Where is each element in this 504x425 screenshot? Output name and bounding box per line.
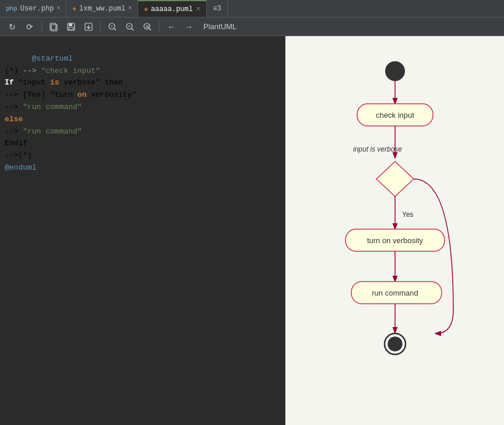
editor-content: @startuml (*) --> "check input" If "inpu…: [0, 38, 285, 189]
svg-line-14: [146, 25, 148, 27]
puml-icon-lxm: ◈: [72, 5, 76, 12]
refresh-button[interactable]: ↻: [5, 20, 20, 34]
tab-user-php[interactable]: php User.php ×: [0, 0, 66, 17]
run-command-label: run command: [372, 289, 418, 297]
tab-lxm[interactable]: ◈ lxm_ww.puml ×: [66, 0, 138, 17]
main-content: @startuml (*) --> "check input" If "inpu…: [0, 36, 504, 425]
yes-label: Yes: [402, 210, 414, 219]
svg-line-9: [114, 29, 116, 30]
decision-node: [376, 161, 414, 196]
line-9: -->(*): [5, 151, 32, 160]
check-input-label: check input: [376, 111, 414, 120]
condition-label: input is verbose: [353, 145, 402, 153]
svg-line-12: [132, 29, 133, 30]
tab-count-label: ≡3: [213, 5, 221, 13]
start-node: [386, 62, 404, 80]
zoom-in-button[interactable]: [105, 20, 120, 34]
svg-line-15: [149, 29, 151, 30]
line-7: --> "run command": [5, 127, 82, 136]
tab-lxm-label: lxm_ww.puml: [79, 5, 125, 13]
toolbar-sep-3: [159, 21, 160, 33]
diagram-svg: check input input is verbose Yes turn on…: [313, 48, 477, 409]
tab-aaaaa[interactable]: ◈ aaaaa.puml ×: [138, 0, 207, 17]
turn-on-verbosity-label: turn on verbosity: [366, 236, 423, 245]
tab-user-php-close[interactable]: ×: [57, 5, 60, 12]
toolbar: ↻ ⟳ ← → PlantUML: [0, 17, 504, 36]
svg-rect-4: [69, 27, 73, 30]
else-keyword: else: [5, 115, 23, 124]
zoom-out-button[interactable]: [122, 20, 138, 34]
line-2: (*): [5, 66, 23, 75]
preview-panel[interactable]: check input input is verbose Yes turn on…: [286, 36, 504, 425]
diagram-container: check input input is verbose Yes turn on…: [286, 36, 504, 425]
zoom-fit-button[interactable]: [140, 20, 155, 34]
line-4: --> [Yes] "turn on verbosity": [5, 90, 136, 99]
editor-panel[interactable]: @startuml (*) --> "check input" If "inpu…: [0, 36, 286, 425]
toolbar-sep-1: [41, 21, 42, 33]
startuml-annotation: @startuml: [32, 54, 73, 63]
copy-button[interactable]: [46, 20, 61, 34]
line-8: Endif: [5, 139, 27, 147]
tab-count[interactable]: ≡3: [207, 0, 227, 17]
tab-aaaaa-label: aaaaa.puml: [151, 5, 193, 13]
reload-button[interactable]: ⟳: [22, 20, 37, 34]
puml-icon-aaaaa: ◈: [144, 5, 148, 13]
tab-user-php-label: User.php: [20, 5, 54, 13]
line-3: If "input is verbose" then: [5, 78, 123, 87]
svg-rect-3: [69, 23, 72, 26]
toolbar-sep-2: [100, 21, 101, 33]
tab-bar: php User.php × ◈ lxm_ww.puml × ◈ aaaaa.p…: [0, 0, 504, 17]
tab-aaaaa-close[interactable]: ×: [196, 5, 200, 14]
php-icon: php: [6, 5, 17, 12]
back-button[interactable]: ←: [164, 20, 179, 34]
line-5: --> "run command": [5, 103, 82, 111]
tab-lxm-close[interactable]: ×: [128, 5, 132, 12]
save-button[interactable]: [64, 20, 79, 34]
enduml-annotation: @enduml: [5, 163, 37, 172]
toolbar-title: PlantUML: [203, 22, 237, 31]
end-node-inner: [388, 337, 402, 351]
forward-button[interactable]: →: [181, 20, 196, 34]
export-button[interactable]: [81, 20, 96, 34]
